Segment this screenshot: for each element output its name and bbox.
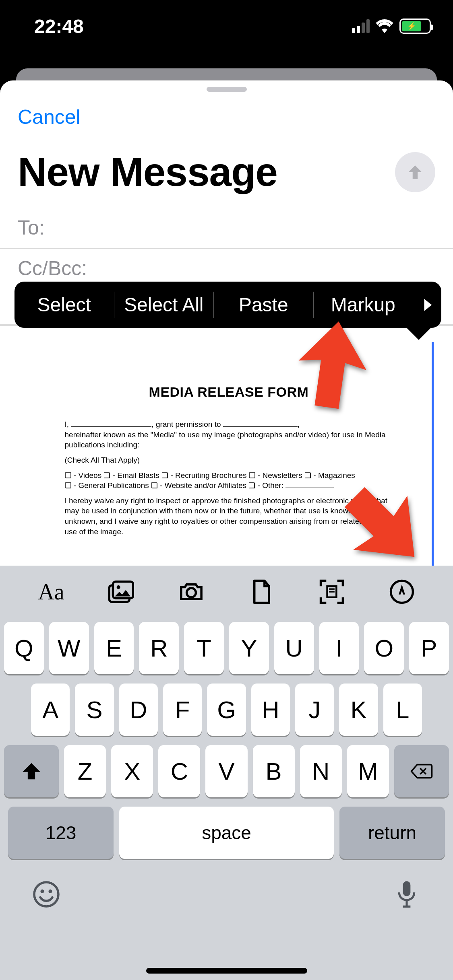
- svg-marker-0: [296, 321, 368, 412]
- keyboard: Aa Q W E R T Y U I O P: [0, 566, 453, 980]
- key-r[interactable]: R: [139, 622, 179, 674]
- cancel-button[interactable]: Cancel: [0, 98, 98, 133]
- annotation-arrow-2: [342, 485, 427, 569]
- key-row-1: Q W E R T Y U I O P: [4, 622, 449, 674]
- numbers-key[interactable]: 123: [8, 807, 114, 859]
- ctx-paste[interactable]: Paste: [214, 292, 314, 318]
- photos-button[interactable]: [105, 576, 137, 608]
- key-t[interactable]: T: [184, 622, 224, 674]
- annotation-arrow-1: [296, 321, 368, 414]
- to-field[interactable]: To:: [0, 207, 453, 249]
- key-row-3: Z X C V B N M: [4, 745, 449, 797]
- svg-point-11: [41, 889, 44, 893]
- ctx-select-all[interactable]: Select All: [114, 292, 214, 318]
- key-u[interactable]: U: [274, 622, 314, 674]
- camera-button[interactable]: [175, 576, 207, 608]
- context-menu-pointer: [407, 328, 431, 340]
- shift-icon: [23, 763, 40, 780]
- file-button[interactable]: [246, 576, 278, 608]
- key-c[interactable]: C: [158, 745, 200, 797]
- svg-point-9: [391, 581, 413, 603]
- compose-title: New Message: [18, 149, 277, 195]
- svg-marker-1: [342, 485, 427, 569]
- emoji-icon: [32, 880, 60, 908]
- context-menu: Select Select All Paste Markup: [14, 282, 441, 328]
- chevron-right-icon: [422, 299, 433, 311]
- ctx-more-button[interactable]: [413, 299, 441, 311]
- svg-point-4: [117, 585, 120, 589]
- key-row-2: A S D F G H J K L: [4, 684, 449, 736]
- file-icon: [249, 579, 275, 605]
- key-j[interactable]: J: [295, 684, 334, 736]
- dictation-button[interactable]: [393, 880, 421, 910]
- key-d[interactable]: D: [119, 684, 158, 736]
- keyboard-footer: [0, 859, 453, 915]
- wifi-icon: [375, 19, 394, 33]
- key-m[interactable]: M: [347, 745, 389, 797]
- status-indicators: ⚡: [352, 19, 431, 34]
- key-x[interactable]: X: [111, 745, 153, 797]
- svg-point-12: [49, 889, 52, 893]
- key-g[interactable]: G: [207, 684, 246, 736]
- key-k[interactable]: K: [339, 684, 378, 736]
- keyboard-toolbar: Aa: [0, 566, 453, 618]
- mic-icon: [393, 880, 421, 908]
- key-o[interactable]: O: [364, 622, 404, 674]
- format-button[interactable]: Aa: [35, 576, 67, 608]
- key-b[interactable]: B: [253, 745, 295, 797]
- ctx-markup[interactable]: Markup: [314, 292, 414, 318]
- arrow-up-icon: [405, 162, 425, 182]
- key-v[interactable]: V: [205, 745, 247, 797]
- backspace-icon: [410, 763, 433, 779]
- selection-handle[interactable]: [432, 342, 434, 567]
- photos-icon: [108, 579, 134, 605]
- ctx-select[interactable]: Select: [14, 292, 114, 318]
- key-row-4: 123 space return: [4, 807, 449, 859]
- key-n[interactable]: N: [300, 745, 342, 797]
- markup-icon: [389, 579, 415, 605]
- key-i[interactable]: I: [319, 622, 359, 674]
- key-q[interactable]: Q: [4, 622, 44, 674]
- backspace-key[interactable]: [394, 745, 449, 797]
- key-l[interactable]: L: [383, 684, 422, 736]
- svg-point-10: [34, 882, 58, 906]
- space-key[interactable]: space: [119, 807, 334, 859]
- sheet-grabber[interactable]: [207, 87, 247, 92]
- send-button[interactable]: [395, 152, 435, 192]
- home-indicator[interactable]: [146, 968, 307, 974]
- key-y[interactable]: Y: [229, 622, 269, 674]
- key-f[interactable]: F: [163, 684, 202, 736]
- battery-icon: ⚡: [399, 19, 431, 34]
- svg-point-5: [187, 588, 196, 597]
- markup-button[interactable]: [386, 576, 418, 608]
- key-w[interactable]: W: [49, 622, 89, 674]
- emoji-button[interactable]: [32, 880, 60, 910]
- status-time: 22:48: [34, 15, 84, 37]
- key-s[interactable]: S: [75, 684, 114, 736]
- key-z[interactable]: Z: [64, 745, 106, 797]
- key-e[interactable]: E: [94, 622, 134, 674]
- scan-button[interactable]: [316, 576, 348, 608]
- key-h[interactable]: H: [251, 684, 290, 736]
- return-key[interactable]: return: [339, 807, 445, 859]
- scan-icon: [319, 579, 345, 605]
- shift-key[interactable]: [4, 745, 59, 797]
- cell-signal-icon: [352, 19, 370, 33]
- camera-icon: [178, 579, 204, 605]
- status-bar: 22:48 ⚡: [0, 0, 453, 52]
- svg-rect-13: [403, 881, 411, 896]
- key-a[interactable]: A: [31, 684, 70, 736]
- key-p[interactable]: P: [409, 622, 449, 674]
